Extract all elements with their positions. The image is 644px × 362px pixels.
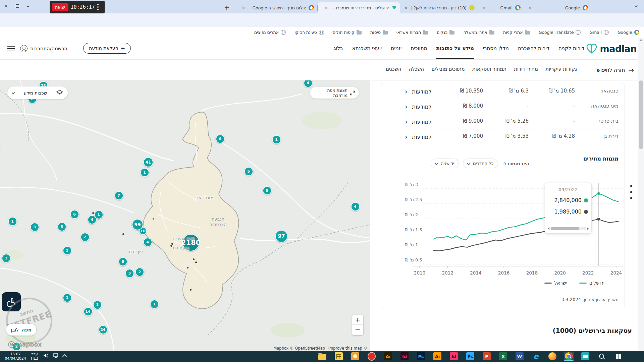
- map-cluster-2[interactable]: 2: [135, 267, 144, 277]
- map-cluster-1[interactable]: 1: [8, 217, 17, 226]
- taskbar-app-W[interactable]: W: [515, 352, 524, 361]
- nav-מתווכים[interactable]: מתווכים: [411, 38, 427, 59]
- tab-close-icon[interactable]: ×: [324, 5, 329, 10]
- zoom-out-button[interactable]: −: [352, 325, 363, 335]
- scrollbar-thumb[interactable]: [639, 80, 643, 149]
- map-cluster-3[interactable]: 3: [30, 223, 39, 232]
- bookmark-קופות חולים[interactable]: קופות חולים: [333, 30, 362, 35]
- bookmark-Gmail[interactable]: Gmail: [589, 30, 608, 35]
- bookmark-Google[interactable]: Google: [618, 30, 639, 35]
- map-toggle-whiten[interactable]: לובן: [11, 327, 19, 333]
- taskbar-app-chrome[interactable]: [564, 352, 574, 361]
- map-cluster-3[interactable]: 3: [125, 269, 134, 278]
- tab-close-icon[interactable]: ×: [528, 5, 533, 10]
- bookmark-חברות אשראי[interactable]: חברות אשראי: [396, 30, 428, 35]
- browser-tab-2[interactable]: (10) דיון - מחירי הדירות לאן? | 39×: [400, 2, 478, 13]
- window-restore-icon[interactable]: [15, 3, 20, 9]
- window-minimize-icon[interactable]: –: [25, 3, 31, 9]
- rooms-dropdown[interactable]: כל החדרים: [463, 159, 498, 168]
- map-cluster-5[interactable]: 5: [263, 186, 272, 195]
- listings-link[interactable]: למודעות‹: [405, 118, 432, 125]
- nav-בלוג[interactable]: בלוג: [334, 38, 343, 59]
- taskbar-app-Ai[interactable]: Ai: [433, 352, 442, 361]
- bookmark-טיסות[interactable]: טיסות: [370, 30, 388, 35]
- network-icon[interactable]: [53, 353, 59, 358]
- bookmark-אתרים נפוצים[interactable]: אתרים נפוצים: [254, 30, 286, 35]
- map-cluster-14[interactable]: 14: [84, 307, 93, 316]
- improve-map-link[interactable]: Improve this map ©: [328, 346, 367, 351]
- subnav-מתווכים מובילים[interactable]: מתווכים מובילים: [432, 66, 465, 72]
- tab-close-icon[interactable]: ×: [482, 5, 487, 10]
- tab-close-icon[interactable]: ×: [404, 5, 409, 10]
- back-to-search-link[interactable]: → חזרה לחיפוש: [597, 66, 634, 74]
- bookmark-טעינת רב קו[interactable]: טעינת רב קו: [294, 30, 324, 35]
- tooltip-scroll-right-icon[interactable]: [587, 227, 589, 230]
- taskbar-app-files[interactable]: [581, 352, 590, 361]
- map-toggle-map[interactable]: מפה: [22, 327, 32, 333]
- page-scrollbar[interactable]: [638, 38, 644, 351]
- subnav-השכלה[interactable]: השכלה: [409, 66, 424, 72]
- map-style-toggle[interactable]: מפה לובן: [6, 324, 36, 336]
- taskbar-app-P[interactable]: P: [482, 352, 491, 361]
- map-cluster-1[interactable]: 1: [93, 300, 102, 309]
- map-cluster-4[interactable]: 4: [351, 202, 360, 211]
- taskbar-app-search[interactable]: [597, 352, 606, 361]
- listings-link[interactable]: למודעות‹: [405, 88, 432, 95]
- taskbar-app-X[interactable]: X: [498, 352, 508, 361]
- map-cluster-1[interactable]: 1: [140, 168, 149, 177]
- map-cluster-41[interactable]: 41: [143, 157, 153, 167]
- subnav-נקודות עיקריות[interactable]: נקודות עיקריות: [545, 66, 577, 72]
- bookmark-Google Translate[interactable]: Google Translate: [539, 30, 581, 35]
- taskbar-app-Id[interactable]: Id: [400, 352, 409, 361]
- map-cluster-1[interactable]: 1: [150, 300, 159, 309]
- map-cluster-8[interactable]: 8: [118, 257, 127, 266]
- subnav-תמחור ועסקאות[interactable]: תמחור ועסקאות: [472, 66, 506, 72]
- taskbar-app-Ps[interactable]: Ps: [466, 352, 475, 361]
- browser-tab-3[interactable]: Gmail×: [478, 2, 524, 13]
- taskbar-app-folder[interactable]: [318, 352, 327, 361]
- map-cluster-6[interactable]: 6: [70, 210, 79, 219]
- bookmark-בנקים[interactable]: בנקים: [437, 30, 454, 35]
- tooltip-scrollbar[interactable]: [548, 227, 589, 231]
- tooltip-scroll-left-icon[interactable]: [548, 227, 549, 230]
- hamburger-menu-icon[interactable]: [7, 46, 15, 51]
- nav-יועצי משכנתא[interactable]: יועצי משכנתא: [352, 38, 382, 59]
- taskbar-clock[interactable]: 15:07 04/04/2024: [3, 352, 28, 361]
- taskbar-app-start[interactable]: [613, 352, 623, 361]
- taskbar-app-coin[interactable]: [351, 352, 360, 361]
- map-cluster-1[interactable]: 1: [272, 135, 281, 144]
- condition-dropdown[interactable]: יד שניה: [431, 159, 459, 168]
- listings-link[interactable]: למודעות‹: [405, 103, 432, 110]
- exit-button[interactable]: יציאה: [52, 3, 68, 11]
- floating-dots-widget[interactable]: [630, 185, 632, 199]
- bookmark-אתרי ממשלה[interactable]: אתרי ממשלה: [463, 30, 494, 35]
- map-canvas[interactable]: 2363461411557461410991352974218011832111…: [0, 80, 370, 351]
- listings-link[interactable]: למודעות‹: [405, 133, 432, 140]
- taskbar-app-Id[interactable]: Id: [449, 352, 459, 361]
- browser-tab-0[interactable]: צילום מסך - חיפוש ב-Google×: [232, 2, 317, 13]
- map-attribution[interactable]: Mapbox © OpenStreetMap Improve this map …: [273, 346, 367, 351]
- new-tab-button[interactable]: +: [222, 3, 231, 12]
- map-cluster-1[interactable]: 1: [2, 254, 11, 263]
- subnav-מחירי דירות[interactable]: מחירי דירות: [514, 66, 538, 72]
- browser-tab-1[interactable]: ♥ירושלים - מחירי דירות שנמכרו -×: [318, 2, 400, 13]
- login-register-link[interactable]: הרשמה/התחברות: [20, 45, 67, 52]
- tray-chevron-up-icon[interactable]: [62, 354, 67, 359]
- browser-tab-4[interactable]: Google×: [524, 2, 591, 13]
- taskbar-language-indicator[interactable]: עבר HE3: [29, 352, 40, 361]
- taskbar-app-Ps[interactable]: Ps: [416, 352, 426, 361]
- nav-מדלן מסחרי[interactable]: מדלן מסחרי: [483, 38, 509, 59]
- map-expand-button[interactable]: תצוגת מפה מורחבת: [310, 87, 359, 99]
- nav-דירות להשכרה[interactable]: דירות להשכרה: [518, 38, 549, 59]
- map-cluster-1[interactable]: 1: [63, 293, 72, 302]
- volume-icon[interactable]: [43, 353, 49, 358]
- scrollbar-up-arrow-icon[interactable]: [639, 39, 643, 41]
- nav-דירות לקניה[interactable]: דירות לקניה: [558, 38, 584, 59]
- mapbox-logo[interactable]: Mmapbox: [8, 341, 42, 348]
- map-cluster-4[interactable]: 4: [88, 215, 97, 224]
- bookmark-אתרי קניות[interactable]: אתרי קניות: [503, 30, 530, 35]
- map-cluster-2[interactable]: 2: [80, 233, 90, 242]
- map-cluster-1[interactable]: 1: [63, 246, 72, 255]
- nav-יזמים[interactable]: יזמים: [391, 38, 401, 59]
- taskbar-app-calc[interactable]: [334, 352, 343, 361]
